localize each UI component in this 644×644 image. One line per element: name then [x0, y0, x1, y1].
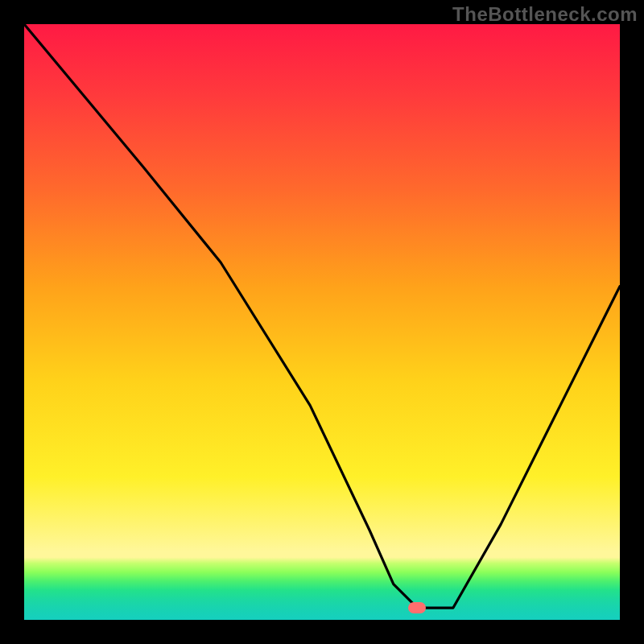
watermark-text: TheBottleneck.com [452, 3, 638, 26]
optimal-point-marker [408, 602, 426, 613]
chart-frame: TheBottleneck.com [0, 0, 644, 644]
plot-area [24, 24, 620, 620]
bottleneck-line [24, 24, 620, 620]
